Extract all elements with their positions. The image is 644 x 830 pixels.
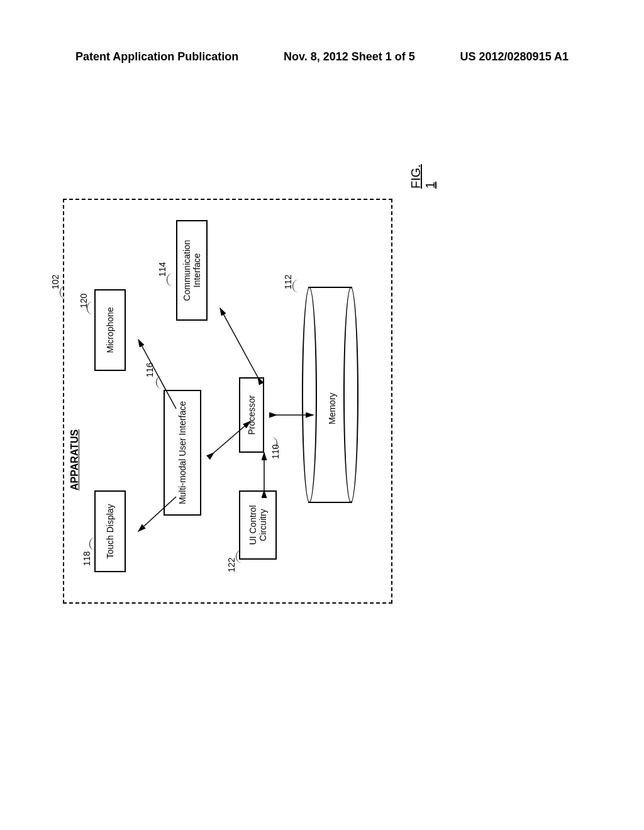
ui-control-label: UI Control Circuitry (248, 494, 268, 556)
ref-114: 114 (157, 262, 167, 277)
ref-118: 118 (82, 551, 92, 566)
ref-122: 122 (226, 558, 236, 572)
ref-102: 102 (50, 275, 60, 289)
comm-interface-label: Communication Interface (182, 224, 202, 317)
multimodal-box: Multi-modal User Interface (164, 390, 201, 516)
figure-label: FIG. 1 (409, 164, 438, 189)
ref-116: 116 (145, 363, 155, 377)
microphone-label: Microphone (105, 307, 115, 353)
header-left: Patent Application Publication (75, 50, 238, 64)
microphone-box: Microphone (94, 289, 126, 371)
processor-box: Processor (239, 377, 264, 453)
comm-interface-box: Communication Interface (176, 220, 208, 321)
processor-label: Processor (247, 395, 257, 434)
touch-display-label: Touch Display (105, 504, 115, 558)
header-center: Nov. 8, 2012 Sheet 1 of 5 (284, 50, 415, 64)
page-header: Patent Application Publication Nov. 8, 2… (0, 50, 644, 64)
block-diagram: APPARATUS Touch Display Microphone Multi… (50, 214, 503, 591)
touch-display-box: Touch Display (94, 490, 126, 572)
multimodal-label: Multi-modal User Interface (177, 401, 187, 504)
apparatus-title: APPARATUS (69, 429, 80, 490)
ui-control-box: UI Control Circuitry (239, 490, 277, 560)
memory-label: Memory (327, 392, 337, 424)
header-right: US 2012/0280915 A1 (460, 50, 569, 64)
ref-112: 112 (283, 275, 293, 289)
